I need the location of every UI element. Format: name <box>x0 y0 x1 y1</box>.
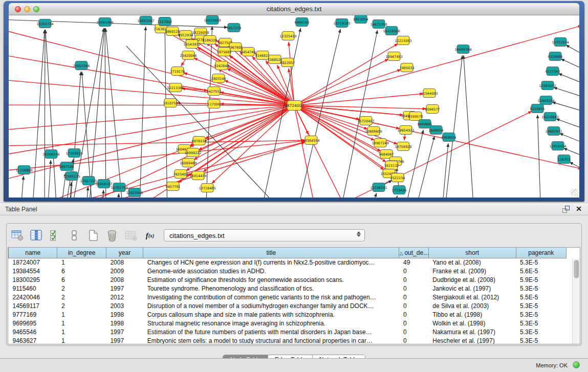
network-node[interactable]: 19756928 <box>395 142 411 151</box>
network-node[interactable]: 15720407 <box>357 117 374 125</box>
network-node[interactable]: 20206536 <box>42 150 59 159</box>
network-node[interactable]: 15692971 <box>545 127 562 136</box>
table-mode-icon[interactable] <box>11 229 24 242</box>
network-node[interactable]: 7857229 <box>227 24 242 32</box>
column-header[interactable]: △out_de… <box>399 248 428 258</box>
network-node[interactable]: 16782759 <box>111 183 127 192</box>
function-builder-icon[interactable]: f(x) <box>143 229 157 242</box>
close-panel-icon[interactable]: ✕ <box>576 205 582 213</box>
network-window-titlebar[interactable]: citations_edges.txt <box>9 3 579 15</box>
network-node[interactable]: 16099489 <box>180 159 197 167</box>
network-node[interactable]: 18724007 <box>285 101 304 111</box>
network-canvas[interactable]: 1872400771638228860128891293418226058982… <box>9 15 579 198</box>
network-node[interactable]: 14671358 <box>370 20 387 29</box>
network-node[interactable]: 12505135 <box>63 172 80 181</box>
network-node[interactable]: 20691406 <box>96 18 113 27</box>
network-node[interactable]: 12215093 <box>395 36 411 45</box>
network-node[interactable]: 20053346 <box>73 61 90 70</box>
resize-grip-icon[interactable] <box>571 189 578 196</box>
network-node[interactable]: 8427552 <box>207 87 222 96</box>
column-header[interactable]: in_degree <box>57 248 106 258</box>
network-node[interactable]: 16648784 <box>454 45 471 54</box>
delete-table-icon[interactable] <box>124 229 138 242</box>
network-node[interactable]: 10947493 <box>385 52 402 61</box>
network-node[interactable]: 9097588 <box>59 162 74 171</box>
network-node[interactable]: 9329966 <box>548 52 563 61</box>
network-node[interactable]: 9227343 <box>546 67 560 76</box>
network-node[interactable]: 8215955 <box>530 104 545 113</box>
table-selector-dropdown[interactable]: citations_edges.txt <box>164 229 365 242</box>
table-row[interactable]: 2242004622012Investigating the contribut… <box>9 293 567 301</box>
network-node[interactable]: 9242848 <box>214 61 229 70</box>
network-node[interactable]: 18907249 <box>372 139 388 147</box>
network-node[interactable]: 23420046 <box>180 51 197 60</box>
column-header[interactable]: year <box>106 248 143 258</box>
network-node[interactable]: 12325419 <box>279 32 296 40</box>
table-row[interactable]: 1456911722003Disruption of a novel membe… <box>9 301 567 310</box>
network-node[interactable]: 6466160 <box>295 18 310 27</box>
table-row[interactable]: 969969511998Structural magnetic resonanc… <box>9 319 567 327</box>
network-node[interactable]: 17359919 <box>66 149 82 158</box>
network-node[interactable]: 15751074 <box>552 38 569 47</box>
table-scrollbar[interactable] <box>572 258 580 344</box>
network-node[interactable]: 1615132 <box>384 161 399 170</box>
network-node[interactable]: 16543912 <box>183 40 200 49</box>
network-node[interactable]: 117006 <box>208 100 221 108</box>
network-node[interactable]: 8096577 <box>425 105 440 114</box>
network-node[interactable]: 19384554 <box>302 136 319 145</box>
network-node[interactable]: 8186328 <box>203 36 217 45</box>
table-row[interactable]: 946554611997Estimation of the future num… <box>9 327 567 336</box>
network-node[interactable]: 17957225 <box>80 177 97 185</box>
network-node[interactable]: 2718176 <box>170 67 185 76</box>
column-header[interactable]: name <box>9 248 57 258</box>
create-column-icon[interactable] <box>86 229 100 242</box>
network-node[interactable]: 10688609 <box>365 127 382 136</box>
network-node[interactable]: 12923448 <box>126 188 143 197</box>
network-node[interactable]: 3875685 <box>217 48 232 56</box>
row-selection-icon[interactable] <box>49 229 62 242</box>
table-row[interactable]: 977716911998Corpus callosum shape and si… <box>9 310 567 319</box>
network-node[interactable]: 9699695 <box>418 120 432 128</box>
network-node[interactable]: 17016504 <box>549 142 566 150</box>
network-node[interactable]: 12093872 <box>539 81 556 90</box>
network-node[interactable]: 1733426 <box>392 186 407 194</box>
table-scrollbar-thumb[interactable] <box>574 260 579 278</box>
network-node[interactable]: 13716485 <box>199 184 215 192</box>
network-node[interactable]: 19654923 <box>397 126 414 135</box>
network-node[interactable]: 7485033 <box>400 63 415 72</box>
network-node[interactable]: 1527002 <box>158 17 172 26</box>
network-node[interactable]: 19355724 <box>36 19 53 28</box>
network-node[interactable]: 19218506 <box>383 27 400 35</box>
network-node[interactable]: 7625402 <box>173 170 188 179</box>
column-header[interactable]: pagerank <box>516 248 566 258</box>
column-header[interactable]: short <box>428 248 516 258</box>
table-row[interactable]: 1830029562008Estimation of significance … <box>9 275 567 284</box>
network-node[interactable]: 6822057 <box>280 58 295 67</box>
network-node[interactable]: 8878334 <box>192 137 207 145</box>
table-row[interactable]: 1872400712008Changes of HCN gene express… <box>9 258 567 267</box>
selection-mode-icon[interactable] <box>68 229 81 242</box>
network-node[interactable]: 11544093 <box>421 89 438 98</box>
network-node[interactable]: 2803144 <box>211 74 226 83</box>
table-row[interactable]: 1938455462009Genome-wide association stu… <box>9 267 567 275</box>
network-node[interactable]: 11156869 <box>15 166 32 174</box>
network-node[interactable]: 8454749 <box>241 48 256 56</box>
network-node[interactable]: 10719185 <box>333 19 350 28</box>
network-node[interactable]: 2522154 <box>390 173 405 182</box>
network-node[interactable]: 12213386 <box>167 83 184 92</box>
column-header[interactable]: title <box>143 248 399 258</box>
network-node[interactable]: 16033809 <box>204 16 221 25</box>
network-node[interactable]: 8912934 <box>179 31 193 39</box>
network-node[interactable]: 1810755 <box>163 99 178 107</box>
network-node[interactable]: 9457791 <box>166 182 181 191</box>
network-node[interactable]: 8860128 <box>165 27 180 36</box>
network-node[interactable]: 116753 <box>558 155 571 164</box>
network-node[interactable]: 10653267 <box>137 16 154 25</box>
network-node[interactable]: 12444154 <box>537 96 554 105</box>
network-node[interactable]: 8813054 <box>354 15 368 24</box>
delete-column-icon[interactable] <box>105 229 119 242</box>
network-node[interactable]: 14998222 <box>184 148 201 157</box>
table-row[interactable]: 946362711997Embryonic stem cells: a mode… <box>9 336 567 344</box>
network-node[interactable]: 15136141 <box>370 183 387 192</box>
table-row[interactable]: 911546021997Tourette syndrome. Phenomeno… <box>9 284 567 293</box>
